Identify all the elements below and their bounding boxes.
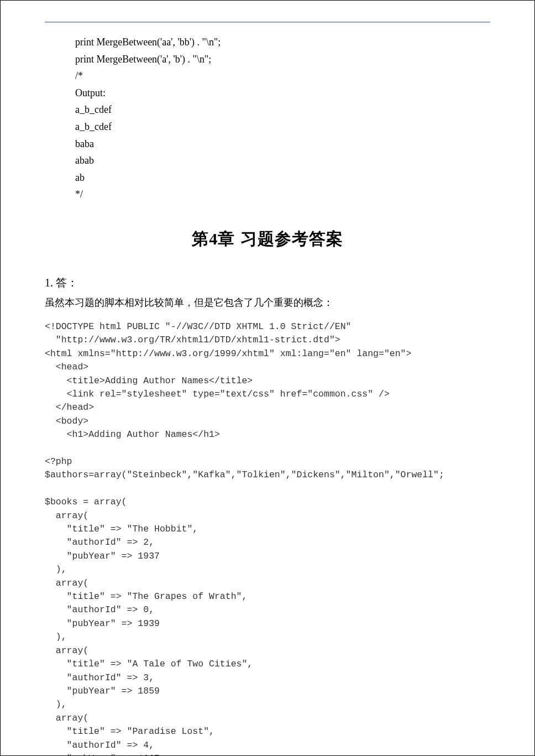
top-code-output: print MergeBetween('aa', 'bb') . "\n"; p… (75, 34, 490, 203)
chapter-spacer (235, 230, 240, 248)
code-line: */ (75, 186, 490, 203)
code-line: baba (75, 135, 490, 153)
code-line: print MergeBetween('a', 'b') . "\n"; (75, 51, 490, 68)
code-line: Output: (75, 85, 490, 102)
code-line: /* (75, 67, 490, 85)
header-rule (45, 22, 490, 23)
page-inner: print MergeBetween('aa', 'bb') . "\n"; p… (17, 22, 518, 743)
code-line: a_b_cdef (75, 118, 490, 135)
code-line: print MergeBetween('aa', 'bb') . "\n"; (75, 34, 490, 51)
chapter-heading: 第4章 习题参考答案 (45, 228, 490, 251)
chapter-number: 4 (209, 230, 218, 248)
code-line: abab (75, 152, 490, 169)
chapter-suffix: 章 (218, 230, 235, 248)
php-code-block: <!DOCTYPE html PUBLIC "-//W3C//DTD XHTML… (45, 320, 490, 756)
answer-label: 1. 答： (45, 275, 490, 290)
chapter-prefix: 第 (192, 230, 209, 248)
chapter-title-text: 习题参考答案 (240, 230, 343, 248)
code-line: ab (75, 169, 490, 186)
page-outer: print MergeBetween('aa', 'bb') . "\n"; p… (0, 0, 535, 756)
code-line: a_b_cdef (75, 101, 490, 118)
answer-description: 虽然本习题的脚本相对比较简单，但是它包含了几个重要的概念： (45, 296, 490, 309)
